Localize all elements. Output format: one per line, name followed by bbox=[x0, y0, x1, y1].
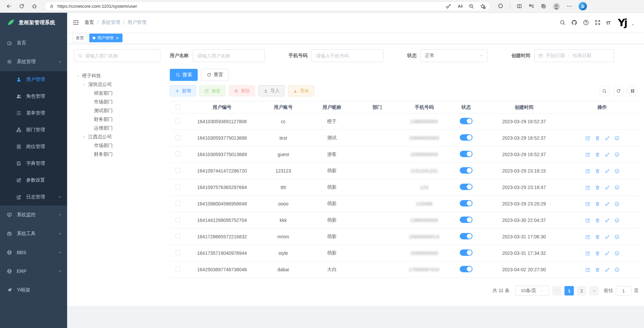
tree-node[interactable]: 财务部门 bbox=[74, 150, 160, 159]
profile-avatar-icon[interactable] bbox=[553, 3, 560, 10]
status-toggle[interactable] bbox=[460, 184, 473, 190]
user-avatar[interactable]: Yj bbox=[616, 16, 628, 29]
breadcrumb-item[interactable]: 用户管理 bbox=[128, 19, 146, 26]
row-assign-role-button[interactable] bbox=[614, 201, 620, 206]
tree-node[interactable]: 深圳总公司 bbox=[74, 80, 160, 89]
row-reset-password-button[interactable] bbox=[605, 234, 610, 239]
close-icon[interactable] bbox=[115, 36, 119, 40]
fullscreen-icon[interactable] bbox=[595, 19, 601, 26]
sidebar-item-系统工具[interactable]: 系统工具 bbox=[0, 224, 67, 243]
bing-copilot-icon[interactable]: b bbox=[579, 2, 587, 10]
next-page-button[interactable] bbox=[589, 286, 599, 295]
sidebar-item-字典管理[interactable]: 字典管理 bbox=[0, 155, 67, 172]
read-aloud-icon[interactable] bbox=[457, 3, 463, 9]
goto-page-input[interactable] bbox=[616, 286, 631, 295]
column-header-手机号码[interactable]: 手机号码 bbox=[399, 104, 449, 110]
row-delete-button[interactable] bbox=[595, 152, 600, 157]
status-toggle[interactable] bbox=[460, 134, 473, 141]
page-size-select[interactable]: 10条/页 bbox=[515, 286, 549, 296]
row-reset-password-button[interactable] bbox=[605, 267, 610, 272]
column-header-操作[interactable]: 操作 bbox=[565, 104, 639, 110]
page-button-2[interactable]: 2 bbox=[577, 286, 586, 295]
username-input[interactable] bbox=[193, 49, 265, 62]
row-checkbox[interactable] bbox=[176, 151, 181, 156]
address-bar[interactable]: https://ccnetcore.com:1101/system/user bbox=[44, 1, 491, 11]
row-reset-password-button[interactable] bbox=[605, 201, 610, 206]
user-menu-caret-icon[interactable] bbox=[631, 23, 635, 27]
department-search[interactable] bbox=[74, 49, 160, 62]
sidebar-item-岗位管理[interactable]: 岗位管理 bbox=[0, 138, 67, 155]
status-toggle[interactable] bbox=[460, 118, 473, 124]
row-delete-button[interactable] bbox=[595, 218, 600, 223]
row-checkbox[interactable] bbox=[176, 234, 181, 239]
edit-button[interactable]: 修改 bbox=[199, 85, 226, 96]
row-assign-role-button[interactable] bbox=[614, 136, 620, 141]
start-date-placeholder[interactable]: 开始日期 bbox=[546, 53, 565, 59]
row-reset-password-button[interactable] bbox=[605, 185, 610, 190]
app-logo[interactable]: 意框架管理系统 bbox=[0, 13, 67, 32]
row-edit-button[interactable] bbox=[585, 185, 590, 190]
status-select[interactable]: 正常 bbox=[420, 49, 488, 62]
browser-menu-icon[interactable] bbox=[566, 3, 572, 9]
favorites-list-icon[interactable] bbox=[529, 3, 534, 9]
delete-button[interactable]: 删除 bbox=[229, 85, 255, 96]
sidebar-item-ERP[interactable]: ERP bbox=[0, 262, 67, 281]
sidebar-item-首页[interactable]: 首页 bbox=[0, 34, 67, 52]
status-toggle[interactable] bbox=[460, 249, 473, 256]
row-assign-role-button[interactable] bbox=[614, 218, 620, 223]
header-search-icon[interactable] bbox=[559, 19, 565, 26]
add-button[interactable]: 新增 bbox=[170, 85, 196, 96]
export-button[interactable]: 导出 bbox=[288, 85, 314, 96]
row-reset-password-button[interactable] bbox=[605, 251, 610, 256]
row-delete-button[interactable] bbox=[595, 169, 600, 174]
row-checkbox[interactable] bbox=[176, 168, 181, 173]
tree-node[interactable]: 江西总公司 bbox=[74, 133, 160, 141]
tree-node[interactable]: 运维部门 bbox=[74, 124, 160, 133]
sidebar-item-日志管理[interactable]: 日志管理 bbox=[0, 189, 67, 205]
browser-back-icon[interactable] bbox=[6, 3, 12, 9]
end-date-placeholder[interactable]: 结束日期 bbox=[573, 53, 591, 59]
column-header-创建时间[interactable]: 创建时间 bbox=[483, 104, 565, 110]
status-toggle[interactable] bbox=[460, 233, 473, 239]
column-header-用户昵称[interactable]: 用户昵称 bbox=[308, 104, 355, 110]
sidebar-collapse-icon[interactable] bbox=[72, 19, 79, 26]
status-toggle[interactable] bbox=[460, 151, 473, 157]
status-toggle[interactable] bbox=[460, 167, 473, 174]
prev-page-button[interactable] bbox=[552, 286, 561, 295]
sidebar-item-部门管理[interactable]: 部门管理 bbox=[0, 122, 67, 138]
column-header-用户编号[interactable]: 用户编号 bbox=[186, 104, 258, 110]
row-reset-password-button[interactable] bbox=[605, 152, 610, 157]
row-assign-role-button[interactable] bbox=[614, 152, 620, 157]
url-text[interactable]: https://ccnetcore.com:1101/system/user bbox=[57, 4, 137, 9]
tree-node[interactable]: 财务部门 bbox=[74, 115, 160, 124]
sidebar-item-角色管理[interactable]: 角色管理 bbox=[0, 88, 67, 105]
row-edit-button[interactable] bbox=[585, 267, 590, 272]
sidebar-item-系统监控[interactable]: 系统监控 bbox=[0, 205, 67, 224]
browser-home-icon[interactable] bbox=[32, 3, 37, 9]
tree-node[interactable]: 测试部门 bbox=[74, 106, 160, 115]
row-checkbox[interactable] bbox=[176, 201, 181, 206]
sidebar-item-系统管理[interactable]: 系统管理 bbox=[0, 52, 67, 71]
tree-node[interactable]: 市场部门 bbox=[74, 98, 160, 106]
sidebar-item-菜单管理[interactable]: 菜单管理 bbox=[0, 105, 67, 122]
row-delete-button[interactable] bbox=[595, 201, 600, 206]
tree-caret-icon[interactable] bbox=[83, 83, 86, 86]
column-header-状态[interactable]: 状态 bbox=[449, 104, 483, 110]
zoom-out-icon[interactable] bbox=[468, 3, 474, 9]
page-button-1[interactable]: 1 bbox=[564, 286, 574, 295]
row-reset-password-button[interactable] bbox=[605, 218, 610, 223]
tree-node[interactable]: 橙子科技 bbox=[74, 72, 160, 80]
row-edit-button[interactable] bbox=[585, 136, 590, 141]
row-edit-button[interactable] bbox=[585, 251, 590, 256]
row-delete-button[interactable] bbox=[595, 267, 600, 272]
github-icon[interactable] bbox=[571, 19, 577, 26]
row-checkbox[interactable] bbox=[176, 267, 181, 272]
breadcrumb-item[interactable]: 首页 bbox=[85, 19, 94, 26]
search-button[interactable]: 搜索 bbox=[170, 69, 198, 81]
status-toggle[interactable] bbox=[460, 266, 473, 272]
tree-node[interactable]: 研发部门 bbox=[74, 89, 160, 98]
row-checkbox[interactable] bbox=[176, 119, 181, 124]
row-checkbox[interactable] bbox=[176, 184, 181, 189]
password-key-icon[interactable] bbox=[446, 3, 451, 9]
row-edit-button[interactable] bbox=[585, 234, 590, 239]
